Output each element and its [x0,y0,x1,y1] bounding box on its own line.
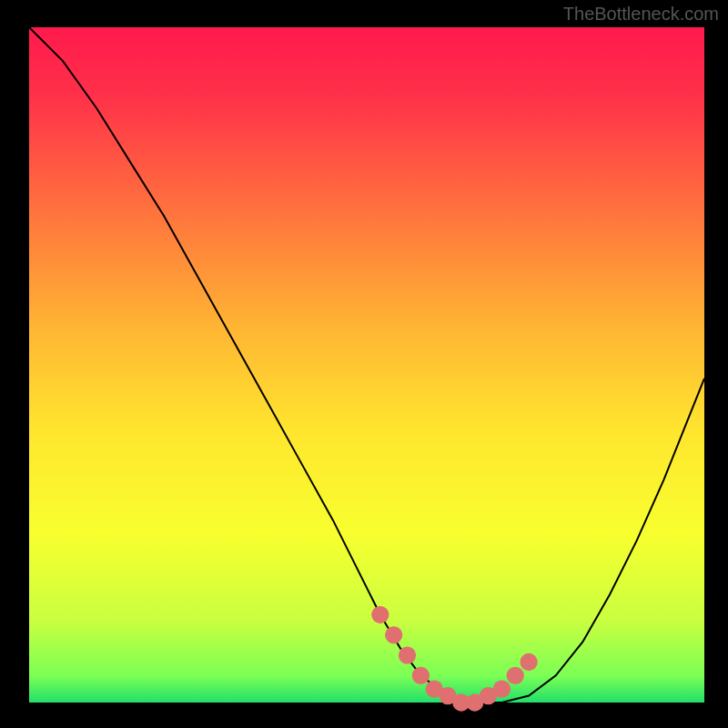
bottleneck-chart [0,0,728,728]
chart-container: TheBottleneck.com [0,0,728,728]
